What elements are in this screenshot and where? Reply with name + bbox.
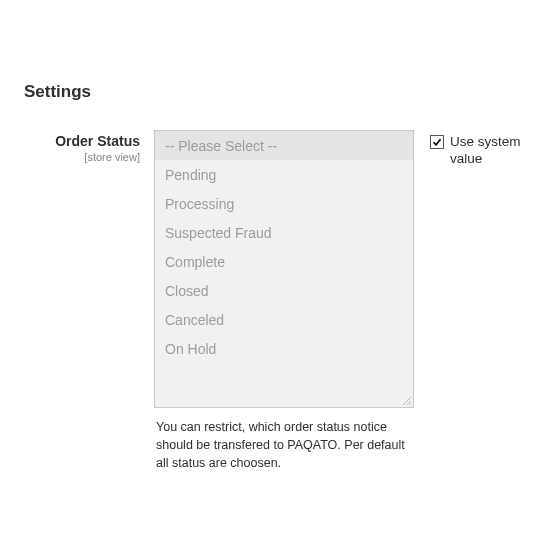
listbox-option[interactable]: On Hold: [155, 334, 413, 363]
use-system-value-checkbox[interactable]: Use system value: [430, 134, 540, 168]
listbox-option[interactable]: Pending: [155, 160, 413, 189]
listbox-option[interactable]: Suspected Fraud: [155, 218, 413, 247]
field-label-text: Order Status: [20, 133, 140, 149]
field-label-order-status: Order Status [store view]: [20, 133, 140, 163]
listbox-option[interactable]: Processing: [155, 189, 413, 218]
order-status-listbox[interactable]: -- Please Select --PendingProcessingSusp…: [154, 130, 414, 408]
listbox-option[interactable]: Canceled: [155, 305, 413, 334]
listbox-option[interactable]: Closed: [155, 276, 413, 305]
resize-grip-icon: [400, 394, 412, 406]
field-scope: [store view]: [20, 151, 140, 163]
section-title: Settings: [24, 82, 91, 102]
listbox-option[interactable]: Complete: [155, 247, 413, 276]
field-help-text: You can restrict, which order status not…: [156, 418, 416, 472]
svg-line-1: [407, 401, 411, 405]
svg-line-0: [403, 397, 411, 405]
svg-line-2: [410, 404, 411, 405]
checkbox-icon: [430, 135, 444, 149]
use-system-value-label: Use system value: [450, 134, 540, 168]
listbox-option[interactable]: -- Please Select --: [155, 131, 413, 160]
